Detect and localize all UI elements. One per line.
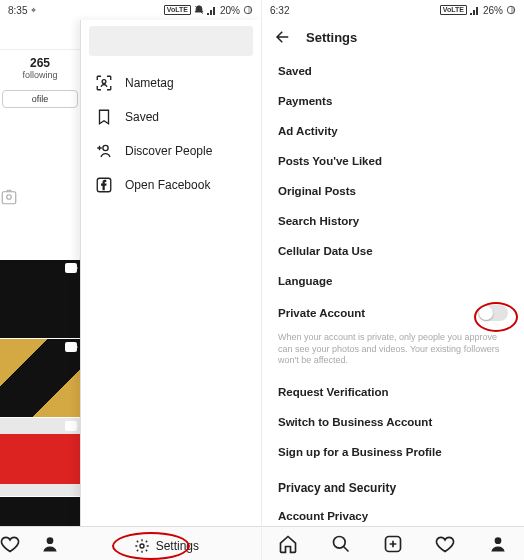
status-bar: 8:35 ⌖ VoLTE 20% xyxy=(0,0,261,20)
phone-instagram-settings: 6:32 VoLTE 26% Settings Saved Payments A… xyxy=(262,0,524,560)
nav-activity[interactable] xyxy=(0,534,40,554)
video-icon xyxy=(65,342,77,352)
bookmark-icon xyxy=(95,108,113,126)
nametag-icon xyxy=(95,74,113,92)
post-grid xyxy=(0,260,80,528)
nav-search[interactable] xyxy=(331,534,351,554)
following-label: following xyxy=(0,70,80,80)
back-icon[interactable] xyxy=(274,28,292,46)
settings-item-search-history[interactable]: Search History xyxy=(276,206,510,236)
following-count: 265 xyxy=(0,56,80,70)
settings-item-ad-activity[interactable]: Ad Activity xyxy=(276,116,510,146)
svg-point-3 xyxy=(102,80,106,84)
svg-point-2 xyxy=(7,195,12,200)
post-thumb[interactable] xyxy=(0,260,80,338)
drawer-item-label: Nametag xyxy=(125,76,174,90)
status-time: 8:35 xyxy=(8,5,27,16)
signal-icon xyxy=(207,5,217,15)
status-battery: 26% xyxy=(483,5,503,16)
settings-item-request-verification[interactable]: Request Verification xyxy=(276,377,510,407)
post-thumb[interactable] xyxy=(0,418,80,496)
status-battery: 20% xyxy=(220,5,240,16)
mute-icon xyxy=(194,5,204,15)
status-bar: 6:32 VoLTE 26% xyxy=(262,0,524,20)
video-icon xyxy=(65,421,77,431)
svg-rect-1 xyxy=(2,192,16,204)
post-thumb[interactable] xyxy=(0,339,80,417)
tagged-icon[interactable] xyxy=(0,188,80,206)
drawer-list: Nametag Saved Discover People Open Faceb… xyxy=(81,62,261,206)
drawer-item-discover[interactable]: Discover People xyxy=(81,134,261,168)
settings-label: Settings xyxy=(156,539,199,553)
gear-icon xyxy=(134,538,150,554)
video-icon xyxy=(65,263,77,273)
post-thumb[interactable] xyxy=(0,497,80,527)
nav-profile[interactable] xyxy=(40,534,80,554)
settings-item-account-privacy[interactable]: Account Privacy xyxy=(276,501,510,526)
settings-item-posts-liked[interactable]: Posts You've Liked xyxy=(276,146,510,176)
phone-instagram-profile: 8:35 ⌖ VoLTE 20% 265 followi xyxy=(0,0,262,560)
nav-add[interactable] xyxy=(383,534,403,554)
settings-header: Settings xyxy=(262,20,524,54)
nav-home[interactable] xyxy=(278,534,298,554)
settings-item-payments[interactable]: Payments xyxy=(276,86,510,116)
battery-icon xyxy=(506,5,516,15)
settings-item-signup-business[interactable]: Sign up for a Business Profile xyxy=(276,437,510,467)
nav-activity[interactable] xyxy=(435,534,455,554)
drawer-item-facebook[interactable]: Open Facebook xyxy=(81,168,261,202)
side-drawer: Nametag Saved Discover People Open Faceb… xyxy=(80,20,261,530)
drawer-item-label: Saved xyxy=(125,110,159,124)
section-privacy-security: Privacy and Security xyxy=(276,467,510,501)
status-time: 6:32 xyxy=(270,5,289,16)
settings-list[interactable]: Saved Payments Ad Activity Posts You've … xyxy=(262,56,524,526)
settings-item-cellular[interactable]: Cellular Data Use xyxy=(276,236,510,266)
private-account-label: Private Account xyxy=(278,307,478,319)
bottom-nav: Settings xyxy=(0,526,261,560)
settings-item-original-posts[interactable]: Original Posts xyxy=(276,176,510,206)
drawer-item-label: Discover People xyxy=(125,144,212,158)
settings-button[interactable]: Settings xyxy=(128,535,213,557)
signal-icon xyxy=(470,5,480,15)
nav-profile[interactable] xyxy=(488,534,508,554)
edit-profile-button[interactable]: ofile xyxy=(2,90,78,108)
private-account-help: When your account is private, only peopl… xyxy=(276,330,510,377)
volte-badge: VoLTE xyxy=(164,5,191,15)
drawer-username[interactable] xyxy=(89,26,253,56)
drawer-item-nametag[interactable]: Nametag xyxy=(81,66,261,100)
drawer-item-saved[interactable]: Saved xyxy=(81,100,261,134)
svg-point-9 xyxy=(333,536,345,548)
following-stat[interactable]: 265 following xyxy=(0,50,80,86)
facebook-icon xyxy=(95,176,113,194)
private-account-toggle[interactable] xyxy=(478,305,508,321)
add-person-icon xyxy=(95,142,113,160)
page-title: Settings xyxy=(306,30,357,45)
battery-icon xyxy=(243,5,253,15)
volte-badge: VoLTE xyxy=(440,5,467,15)
settings-item-private-account[interactable]: Private Account xyxy=(276,296,510,330)
svg-point-11 xyxy=(494,537,501,544)
svg-point-6 xyxy=(47,537,54,544)
bottom-nav xyxy=(262,526,524,560)
settings-item-language[interactable]: Language xyxy=(276,266,510,296)
drawer-item-label: Open Facebook xyxy=(125,178,210,192)
profile-strip: 265 following ofile xyxy=(0,50,80,206)
settings-item-saved[interactable]: Saved xyxy=(276,56,510,86)
svg-point-7 xyxy=(140,544,144,548)
settings-item-switch-business[interactable]: Switch to Business Account xyxy=(276,407,510,437)
svg-point-4 xyxy=(103,145,108,150)
